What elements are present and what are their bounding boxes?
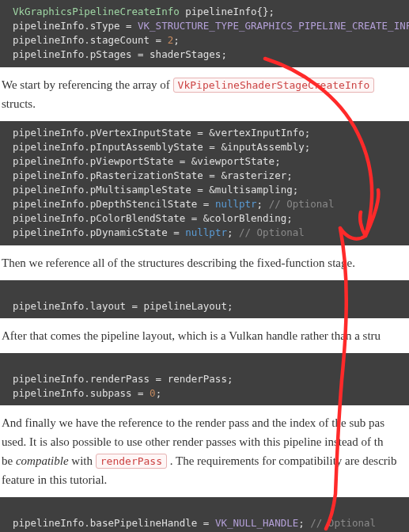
code-type: VkGraphicsPipelineCreateInfo bbox=[13, 6, 180, 17]
code-text: ; bbox=[156, 387, 162, 399]
prose-3: After that comes the pipeline layout, wh… bbox=[0, 318, 409, 353]
code-text: pipelineInfo.pMultisampleState = &multis… bbox=[13, 184, 298, 196]
code-text: pipelineInfo.renderPass = renderPass; bbox=[13, 373, 233, 385]
prose-text: feature in this tutorial. bbox=[2, 473, 107, 486]
prose-text: used. It is also possible to use other r… bbox=[2, 435, 383, 448]
code-null: nullptr bbox=[185, 226, 227, 238]
code-const: VK_NULL_HANDLE bbox=[215, 517, 298, 529]
prose-text: And finally we have the reference to the… bbox=[2, 416, 384, 429]
code-text: pipelineInfo.basePipelineHandle = bbox=[13, 517, 215, 529]
code-const: VK_STRUCTURE_TYPE_GRAPHICS_PIPELINE_CREA… bbox=[138, 20, 409, 32]
code-block-5: pipelineInfo.basePipelineHandle = VK_NUL… bbox=[0, 497, 409, 532]
code-text: pipelineInfo.sType = bbox=[13, 20, 138, 32]
prose-text: with bbox=[69, 454, 96, 467]
code-comment: // Optional bbox=[310, 517, 376, 529]
code-text: pipelineInfo.pColorBlendState = &colorBl… bbox=[13, 212, 293, 224]
code-text: pipelineInfo.stageCount = bbox=[13, 34, 168, 46]
code-text: pipelineInfo.pDynamicState = bbox=[13, 226, 185, 238]
code-comment: // Optional bbox=[269, 198, 335, 210]
inline-code: VkPipelineShaderStageCreateInfo bbox=[173, 78, 375, 93]
code-text: pipelineInfo.pVertexInputState = &vertex… bbox=[13, 127, 310, 139]
code-text: pipelineInfo.pDepthStencilState = bbox=[13, 198, 215, 210]
code-text: ; bbox=[173, 34, 180, 46]
code-text: pipelineInfo.pInputAssemblyState = &inpu… bbox=[13, 141, 310, 153]
code-text: pipelineInfo.pStages = shaderStages; bbox=[13, 48, 227, 60]
prose-text: After that comes the pipeline layout, wh… bbox=[2, 329, 381, 342]
code-block-3: pipelineInfo.layout = pipelineLayout; bbox=[0, 280, 409, 318]
prose-2: Then we reference all of the structures … bbox=[0, 245, 409, 280]
inline-code: renderPass bbox=[96, 454, 167, 469]
code-text: ; bbox=[298, 517, 310, 529]
code-number: 0 bbox=[150, 387, 156, 399]
code-text: pipelineInfo.layout = pipelineLayout; bbox=[13, 300, 233, 312]
prose-text: be bbox=[2, 454, 16, 467]
code-text: ; bbox=[257, 198, 269, 210]
code-comment: // Optional bbox=[239, 226, 305, 238]
code-text: pipelineInfo.pViewportState = &viewportS… bbox=[13, 155, 281, 167]
code-text: pipelineInfo.subpass = bbox=[13, 387, 150, 399]
prose-text: structs. bbox=[2, 97, 36, 110]
code-text: pipelineInfo{}; bbox=[180, 6, 275, 17]
code-block-2: pipelineInfo.pVertexInputState = &vertex… bbox=[0, 121, 409, 245]
prose-text: Then we reference all of the structures … bbox=[2, 256, 355, 269]
code-null: nullptr bbox=[215, 198, 257, 210]
prose-text: We start by referencing the array of bbox=[2, 78, 173, 91]
emphasis: compatible bbox=[16, 454, 69, 467]
prose-4: And finally we have the reference to the… bbox=[0, 405, 409, 497]
prose-text: . The requirements for compatibility are… bbox=[167, 454, 396, 467]
code-block-4: pipelineInfo.renderPass = renderPass; pi… bbox=[0, 353, 409, 405]
code-text: pipelineInfo.pRasterizationState = &rast… bbox=[13, 169, 293, 181]
prose-1: We start by referencing the array of VkP… bbox=[0, 67, 409, 121]
code-block-1: VkGraphicsPipelineCreateInfo pipelineInf… bbox=[0, 0, 409, 67]
code-text: ; bbox=[227, 226, 239, 238]
